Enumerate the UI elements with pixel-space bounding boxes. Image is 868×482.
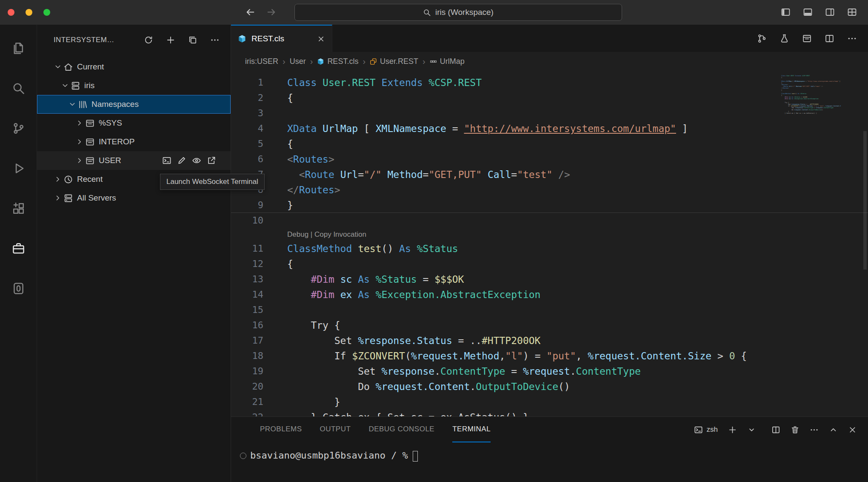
scrollbar[interactable]	[863, 131, 867, 270]
split-icon	[771, 425, 780, 434]
more-editor-actions-button[interactable]	[847, 34, 857, 43]
line-number: 9	[231, 198, 263, 213]
editor[interactable]: 1Class User.REST Extends %CSP.REST2{34XD…	[231, 71, 868, 416]
cube-icon	[317, 58, 324, 65]
tree-item-interop[interactable]: INTEROP	[37, 132, 231, 151]
line-number: 22	[231, 410, 263, 416]
add-icon	[728, 425, 737, 434]
terminal-shell-label: zsh	[707, 425, 718, 434]
close-tab-button[interactable]	[317, 35, 325, 43]
code-line-7: 7 <Route Url="/" Method="GET,PUT" Call="…	[231, 167, 868, 182]
kill-terminal-button[interactable]	[791, 425, 799, 434]
tab-rest-cls[interactable]: REST.cls	[231, 25, 332, 52]
customize-layout-button[interactable]	[847, 7, 857, 17]
codelens-copy-invocation[interactable]: Copy Invocation	[314, 230, 366, 238]
close-window-button[interactable]	[8, 9, 14, 16]
intersystems-explorer-button[interactable]	[0, 268, 37, 308]
line-number: 16	[231, 318, 263, 333]
tree-item-label: All Servers	[77, 193, 116, 203]
open-in-portal-button[interactable]	[207, 156, 216, 165]
maximize-panel-button[interactable]	[829, 425, 838, 434]
toggle-primary-sidebar-button[interactable]	[781, 7, 791, 17]
sidebar: INTERSYSTEM… CurrentirisNamespaces%SYSIN…	[37, 25, 231, 482]
refresh-button[interactable]	[144, 35, 153, 45]
line-number: 3	[231, 106, 263, 121]
refresh-icon	[144, 35, 153, 45]
views-and-more-button[interactable]	[210, 35, 220, 45]
line-number: 2	[231, 90, 263, 106]
layout-left-icon	[781, 7, 791, 17]
extensions-button[interactable]	[0, 188, 37, 228]
database-icon	[85, 156, 95, 166]
source-control-icon	[12, 122, 25, 135]
code-line-2: 2{	[231, 90, 868, 106]
database-icon	[85, 118, 95, 128]
chevron-right-icon	[75, 119, 84, 127]
terminal[interactable]: bsaviano@usmbp16bsaviano / %	[231, 442, 868, 482]
split-editor-button[interactable]	[825, 34, 834, 43]
breadcrumb-rest-cls[interactable]: REST.cls	[317, 57, 358, 66]
symbol-struct-icon	[430, 58, 437, 65]
code-line-4: 4XData UrlMap [ XMLNamespace = "http://w…	[231, 121, 868, 136]
code-line-15: 15	[231, 302, 868, 318]
run-tests-button[interactable]	[779, 34, 789, 43]
tree-item-current[interactable]: Current	[37, 57, 231, 76]
history-icon	[63, 175, 73, 184]
home-icon	[63, 62, 73, 72]
code-line-17: 17 Set %response.Status = ..#HTTP200OK	[231, 333, 868, 348]
terminal-more-button[interactable]	[810, 425, 819, 434]
edit-namespace-button[interactable]	[177, 156, 186, 165]
tab-label: REST.cls	[251, 34, 284, 43]
view-namespace-button[interactable]	[192, 156, 201, 165]
split-terminal-button[interactable]	[771, 425, 780, 434]
code-lines: 1Class User.REST Extends %CSP.REST2{34XD…	[231, 71, 868, 416]
close-panel-button[interactable]	[848, 425, 857, 434]
panel-tab-output[interactable]: OUTPUT	[320, 417, 351, 442]
toggle-panel-button[interactable]	[803, 7, 813, 17]
line-number: 12	[231, 256, 263, 272]
breadcrumb-user[interactable]: User	[290, 57, 306, 66]
line-number: 10	[231, 213, 263, 228]
panel-tab-problems[interactable]: PROBLEMS	[260, 417, 302, 442]
open-editors-button[interactable]	[188, 35, 197, 45]
source-control-graph-button[interactable]	[757, 34, 767, 43]
command-center[interactable]: iris (Workspace)	[294, 4, 622, 21]
tree-item-namespaces[interactable]: Namespaces	[37, 95, 231, 114]
panel-tab-debug-console[interactable]: DEBUG CONSOLE	[368, 417, 434, 442]
minimize-window-button[interactable]	[26, 9, 32, 16]
breadcrumb-iris-user[interactable]: iris:USER	[245, 57, 278, 66]
nav-back-button[interactable]	[245, 7, 256, 17]
inline-actions	[162, 156, 231, 165]
tree-item-user[interactable]: USER	[37, 151, 231, 170]
extensions-icon	[12, 202, 25, 215]
nav-forward-button[interactable]	[266, 7, 277, 17]
search-icon	[423, 9, 431, 17]
chevron-up-icon	[829, 425, 838, 434]
add-server-button[interactable]	[166, 35, 175, 45]
minimap[interactable]: Class User.REST Extends %CSP.REST{XData …	[781, 71, 841, 114]
more-icon	[210, 35, 220, 45]
new-terminal-button[interactable]	[728, 425, 737, 434]
chevron-down-icon	[61, 81, 69, 90]
breadcrumb-user-rest[interactable]: User.REST	[370, 57, 418, 66]
code-line-18: 18 If $ZCONVERT(%request.Method,"l") = "…	[231, 348, 868, 364]
terminal-dropdown-button[interactable]	[747, 425, 756, 434]
tree-item-pctsys[interactable]: %SYS	[37, 114, 231, 132]
explorer-button[interactable]	[0, 28, 37, 68]
tree-item-label: %SYS	[99, 118, 122, 128]
run-and-debug-button[interactable]	[0, 148, 37, 188]
tree-item-iris[interactable]: iris	[37, 76, 231, 95]
search-button[interactable]	[0, 68, 37, 108]
intersystems-tools-button[interactable]	[0, 228, 37, 268]
breadcrumb-urlmap[interactable]: UrlMap	[430, 57, 465, 66]
codelens-debug[interactable]: Debug	[287, 230, 308, 238]
panel-tab-terminal[interactable]: TERMINAL	[452, 417, 491, 442]
zoom-window-button[interactable]	[43, 9, 50, 16]
open-preview-button[interactable]	[802, 34, 812, 43]
toggle-secondary-sidebar-button[interactable]	[825, 7, 835, 17]
source-control-button[interactable]	[0, 108, 37, 148]
tree-item-all-servers[interactable]: All Servers	[37, 189, 231, 207]
terminal-tab-zsh[interactable]: zsh	[694, 425, 718, 434]
launch-websocket-terminal-button[interactable]	[162, 156, 171, 165]
class-file-icon	[238, 34, 246, 43]
